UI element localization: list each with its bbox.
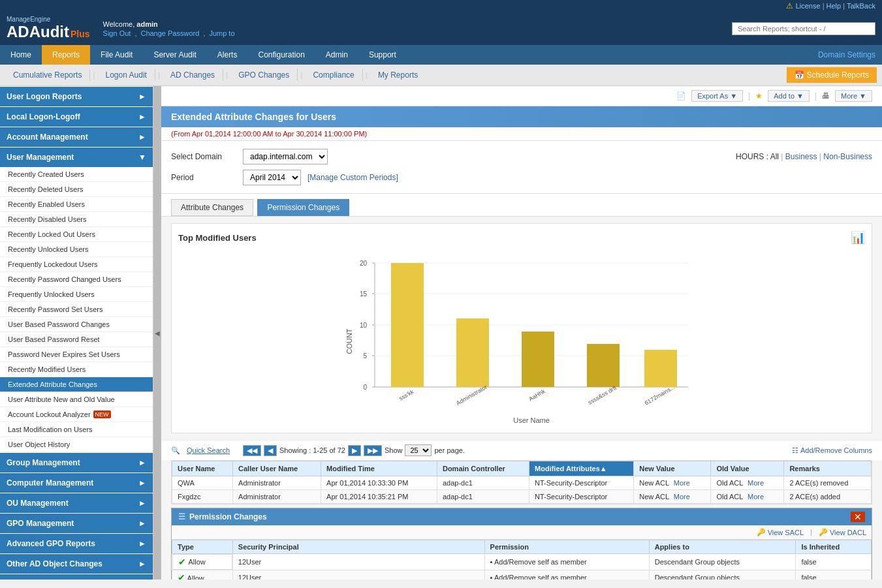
last-page-btn[interactable]: ▶▶ <box>364 445 382 456</box>
sidebar-section-config-audit[interactable]: Configuration Auditing ► <box>0 574 153 580</box>
warning-icon: ⚠ <box>786 1 793 10</box>
perm-panel-close-btn[interactable]: ✕ <box>851 512 865 522</box>
sidebar-section-advanced-gpo[interactable]: Advanced GPO Reports ► <box>0 534 153 553</box>
old-value-more-link[interactable]: More <box>748 493 764 501</box>
domain-settings-link[interactable]: Domain Settings <box>811 45 882 65</box>
domain-select[interactable]: adap.internal.com <box>243 149 328 164</box>
nav-server-audit[interactable]: Server Audit <box>143 45 206 65</box>
view-dacl-link[interactable]: 🔑 View DACL <box>819 528 866 536</box>
next-page-btn[interactable]: ▶ <box>348 445 361 456</box>
jump-to-link[interactable]: Jump to <box>209 29 234 37</box>
nav-configuration[interactable]: Configuration <box>247 45 315 65</box>
sidebar-item-user-attr-value[interactable]: User Attribute New and Old Value <box>0 392 153 407</box>
new-value-more-link[interactable]: More <box>674 493 690 501</box>
nav-home[interactable]: Home <box>0 45 42 65</box>
sidebar-item-frequently-lockedout[interactable]: Frequently Lockedout Users <box>0 257 153 272</box>
sidebar-item-user-object-history[interactable]: User Object History <box>0 437 153 452</box>
sidebar-section-account-mgmt[interactable]: Account Management ► <box>0 127 153 147</box>
non-business-hours-link[interactable]: Non-Business <box>823 152 872 161</box>
sidebar-section-user-logon[interactable]: User Logon Reports ► <box>0 87 153 106</box>
sidebar-section-user-mgmt[interactable]: User Management ▼ <box>0 147 153 167</box>
col-new-value[interactable]: New Value <box>634 461 711 476</box>
prev-page-btn[interactable]: ◀ <box>264 445 277 456</box>
col-domain-controller[interactable]: Domain Controller <box>437 461 529 476</box>
sidebar-section-ou-mgmt[interactable]: OU Management ► <box>0 493 153 513</box>
sidebar-item-recently-disabled[interactable]: Recently Disabled Users <box>0 212 153 227</box>
nav-alerts[interactable]: Alerts <box>207 45 248 65</box>
cell-new-value: New ACL More <box>634 490 711 504</box>
sidebar-section-group-mgmt[interactable]: Group Management ► <box>0 453 153 472</box>
tab-attribute-changes[interactable]: Attribute Changes <box>171 199 253 216</box>
nav-admin[interactable]: Admin <box>315 45 358 65</box>
license-link[interactable]: License <box>796 2 821 10</box>
sidebar-item-frequently-unlocked[interactable]: Frequently Unlocked Users <box>0 287 153 302</box>
sidebar-collapse-handle[interactable]: ◀ <box>153 86 161 580</box>
sidebar-item-recently-modified[interactable]: Recently Modified Users <box>0 362 153 377</box>
sidebar-item-account-lockout[interactable]: Account Lockout Analyzer NEW <box>0 407 153 422</box>
help-link[interactable]: Help <box>827 2 842 10</box>
schedule-reports-btn[interactable]: 📅 Schedule Reports <box>787 67 877 83</box>
nav-support[interactable]: Support <box>358 45 407 65</box>
sidebar-section-other-ad[interactable]: Other AD Object Changes ► <box>0 554 153 574</box>
search-input[interactable] <box>732 22 875 35</box>
arrow-icon: ► <box>138 519 146 528</box>
sub-nav-my-reports[interactable]: My Reports <box>370 69 426 81</box>
more-btn[interactable]: More ▼ <box>835 90 872 102</box>
old-value-more-link[interactable]: More <box>748 479 764 487</box>
chart-icon[interactable]: 📊 <box>851 230 865 245</box>
per-page-select[interactable]: 25 <box>405 444 432 456</box>
sidebar-item-last-modification[interactable]: Last Modification on Users <box>0 422 153 437</box>
sidebar-item-recently-unlocked[interactable]: Recently Unlocked Users <box>0 242 153 257</box>
sub-nav-ad-changes[interactable]: AD Changes <box>163 69 223 81</box>
quick-search-link[interactable]: Quick Search <box>187 446 230 454</box>
new-value-more-link[interactable]: More <box>674 479 690 487</box>
sidebar-item-recently-pwd-set[interactable]: Recently Password Set Users <box>0 302 153 317</box>
sub-nav-logon[interactable]: Logon Audit <box>98 69 155 81</box>
first-page-btn[interactable]: ◀◀ <box>243 445 261 456</box>
chart-header: Top Modified Users 📊 <box>178 230 865 245</box>
perm-cell-type: ✔ Allow <box>172 570 233 580</box>
col-caller-user-name[interactable]: Caller User Name <box>233 461 321 476</box>
period-select[interactable]: April 2014 <box>243 170 301 185</box>
sidebar-item-recently-pwd-changed[interactable]: Recently Password Changed Users <box>0 272 153 287</box>
talkback-link[interactable]: TalkBack <box>847 2 875 10</box>
form-row-domain: Select Domain adap.internal.com HOURS : … <box>171 149 872 164</box>
domain-label: Select Domain <box>171 152 236 161</box>
sidebar-item-user-based-pwd-changes[interactable]: User Based Password Changes <box>0 317 153 332</box>
col-remarks[interactable]: Remarks <box>784 461 872 476</box>
sidebar-item-user-based-pwd-reset[interactable]: User Based Password Reset <box>0 332 153 347</box>
show-label: Show <box>385 446 403 454</box>
add-remove-columns-link[interactable]: ☷ Add/Remove Columns <box>792 446 872 455</box>
cell-old-value: Old ACL More <box>711 490 784 504</box>
view-sacl-link[interactable]: 🔑 View SACL <box>757 528 804 536</box>
sidebar-item-extended-attr[interactable]: Extended Attribute Changes <box>0 377 153 392</box>
business-hours-link[interactable]: Business <box>785 152 817 161</box>
sub-nav-cumulative[interactable]: Cumulative Reports <box>5 69 90 81</box>
col-modified-time[interactable]: Modified Time <box>321 461 437 476</box>
manage-periods-link[interactable]: [Manage Custom Periods] <box>307 173 398 182</box>
nav-reports[interactable]: Reports <box>42 45 90 65</box>
nav-file-audit[interactable]: File Audit <box>90 45 143 65</box>
sidebar-item-recently-deleted[interactable]: Recently Deleted Users <box>0 182 153 197</box>
sidebar-item-recently-created[interactable]: Recently Created Users <box>0 167 153 182</box>
perm-cell-inherited: false <box>796 570 872 580</box>
col-modified-attrs[interactable]: Modified Attributes▲ <box>529 461 634 476</box>
add-to-btn[interactable]: Add to ▼ <box>768 90 810 102</box>
sidebar-item-recently-locked[interactable]: Recently Locked Out Users <box>0 227 153 242</box>
sidebar-item-pwd-never-expires[interactable]: Password Never Expires Set Users <box>0 347 153 362</box>
form-row-period: Period April 2014 [Manage Custom Periods… <box>171 170 872 185</box>
sub-nav-gpo[interactable]: GPO Changes <box>230 69 298 81</box>
change-password-link[interactable]: Change Password <box>140 29 199 37</box>
tab-permission-changes[interactable]: Permission Changes <box>257 199 349 216</box>
sidebar-section-gpo-mgmt[interactable]: GPO Management ► <box>0 514 153 533</box>
col-user-name[interactable]: User Name <box>172 461 233 476</box>
sub-nav-compliance[interactable]: Compliance <box>305 69 362 81</box>
col-old-value[interactable]: Old Value <box>711 461 784 476</box>
sidebar-item-recently-enabled[interactable]: Recently Enabled Users <box>0 197 153 212</box>
signout-link[interactable]: Sign Out <box>103 29 131 37</box>
sidebar-section-computer-mgmt[interactable]: Computer Management ► <box>0 473 153 493</box>
allow-icon: ✔ <box>178 557 186 567</box>
sidebar-section-local-logon[interactable]: Local Logon-Logoff ► <box>0 107 153 127</box>
export-as-btn[interactable]: Export As ▼ <box>691 90 743 102</box>
plus-badge: Plus <box>71 29 90 39</box>
